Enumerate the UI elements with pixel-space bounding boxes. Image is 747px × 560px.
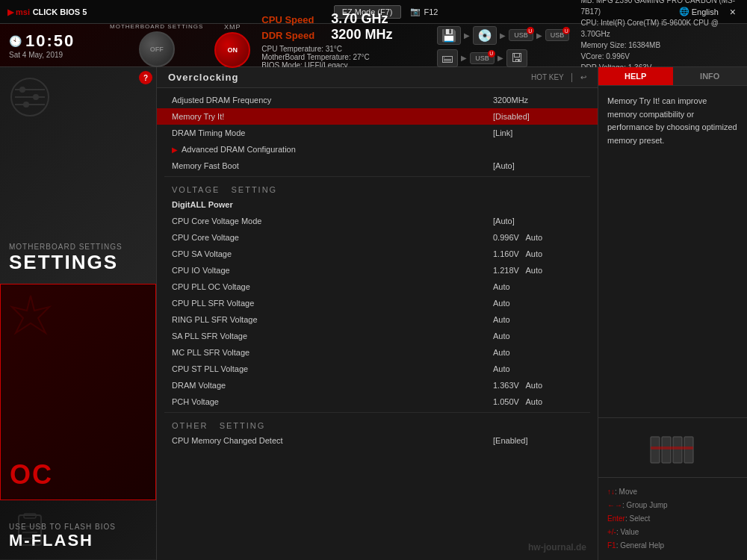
header-info: 🕙 10:50 Sat 4 May, 2019 Motherboard sett… [0, 24, 747, 67]
boot-device-usb2[interactable]: USB U [545, 29, 570, 41]
setting-row-digitall[interactable]: DigitALL Power [157, 196, 598, 213]
footer-enter: Enter: Select [607, 512, 738, 526]
xmp-label: XMP [224, 23, 241, 31]
help-badge[interactable]: ? [139, 71, 152, 84]
setting-row-cpu-sa[interactable]: CPU SA Voltage 1.160V Auto [157, 246, 598, 262]
xmp-knob[interactable]: XMP ON [214, 23, 250, 68]
hot-key-area: HOT KEY │ ↩ [531, 73, 586, 81]
time-display: 10:50 [25, 31, 75, 51]
setting-name: Memory Fast Boot [172, 161, 493, 170]
setting-row-sa-pll[interactable]: SA PLL SFR Voltage Auto [157, 328, 598, 344]
watermark: hw-journal.de [528, 542, 586, 553]
setting-name: CPU Memory Changed Detect [172, 436, 493, 445]
setting-value: Auto [493, 364, 583, 373]
setting-row-mc-pll[interactable]: MC PLL SFR Voltage Auto [157, 344, 598, 361]
section-header-voltage: Voltage Setting [157, 179, 598, 196]
setting-value: [Auto] [493, 161, 583, 170]
setting-row-pch-v[interactable]: PCH Voltage 1.050V Auto [157, 393, 598, 410]
setting-row-memory-boot[interactable]: Memory Fast Boot [Auto] [157, 158, 598, 174]
setting-value: 3200MHz [493, 96, 583, 105]
footer-group: ←→: Group Jump [607, 499, 738, 512]
setting-row-memory-try[interactable]: Memory Try It! [Disabled] [157, 108, 598, 125]
svg-rect-12 [651, 437, 660, 463]
setting-name: DigitALL Power [172, 200, 493, 209]
setting-name: Memory Try It! [172, 112, 493, 121]
settings-icon [7, 75, 52, 122]
date-display: Sat 4 May, 2019 [9, 51, 63, 59]
setting-row-dram-timing[interactable]: DRAM Timing Mode [Link] [157, 125, 598, 141]
help-panel: HELP INFO Memory Try It! can improve mem… [598, 67, 747, 560]
main-layout: Motherboard settings SETTINGS ? OC [0, 67, 747, 560]
help-text: Memory Try It! can improve memory compat… [607, 95, 738, 147]
setting-value: [Enabled] [493, 436, 583, 445]
setting-name: CPU SA Voltage [172, 249, 493, 258]
back-icon[interactable]: ↩ [580, 73, 586, 81]
setting-row-adv-dram[interactable]: ▶Advanced DRAM Configuration [157, 141, 598, 158]
msi-logo: ▶ msi CLICK BIOS 5 [7, 6, 87, 17]
setting-value: 1.363V Auto [493, 381, 583, 390]
boot-device-card[interactable]: 🖫 [506, 49, 527, 67]
vcore: VCore: 0.996V [580, 51, 738, 62]
setting-row-cpu-pll-oc[interactable]: CPU PLL OC Voltage Auto [157, 279, 598, 295]
setting-name: ▶Advanced DRAM Configuration [172, 145, 493, 154]
svg-point-5 [33, 94, 39, 100]
setting-name: SA PLL SFR Voltage [172, 332, 493, 340]
footer-f1: F1: General Help [607, 539, 738, 553]
setting-value: [Auto] [493, 217, 583, 225]
boot-device-disc[interactable]: 💿 [473, 26, 497, 45]
info-tab[interactable]: INFO [673, 67, 748, 85]
boot-device-usb1[interactable]: USB U [509, 29, 533, 41]
bios-title: CLICK BIOS 5 [33, 7, 87, 16]
setting-name: CPU Core Voltage Mode [172, 217, 493, 225]
sidebar-item-settings[interactable]: Motherboard settings SETTINGS ? [0, 67, 156, 284]
setting-name: Adjusted DRAM Frequency [172, 96, 493, 105]
game-boost-dial[interactable]: OFF [139, 31, 175, 67]
setting-row-cpu-st-pll[interactable]: CPU ST PLL Voltage Auto [157, 361, 598, 377]
setting-name: CPU Core Voltage [172, 233, 493, 242]
boot-device-drive[interactable]: 🖴 [437, 49, 458, 67]
setting-value: Auto [493, 282, 583, 291]
sidebar-item-oc[interactable]: OC [0, 284, 156, 501]
settings-title-label: SETTINGS [9, 251, 147, 274]
setting-value: 1.218V Auto [493, 266, 583, 275]
svg-rect-13 [662, 437, 671, 463]
sidebar: Motherboard settings SETTINGS ? OC [0, 67, 157, 560]
cpu-speed-value: 3.70 GHz [331, 11, 388, 27]
svg-rect-15 [684, 437, 693, 463]
mb-temp: MotherBoard Temperature: 27°C [261, 53, 426, 61]
ram-illustration [643, 426, 703, 470]
help-footer: ↑↓: Move ←→: Group Jump Enter: Select +/… [598, 477, 747, 560]
setting-row-dram-freq[interactable]: Adjusted DRAM Frequency 3200MHz [157, 92, 598, 108]
setting-row-dram-v[interactable]: DRAM Voltage 1.363V Auto [157, 377, 598, 393]
game-boost-knob[interactable]: Motherboard settings OFF [110, 23, 203, 67]
setting-row-cpu-core-v[interactable]: CPU Core Voltage 0.996V Auto [157, 229, 598, 246]
ddr-speed-label: DDR Speed [261, 30, 325, 41]
pipe-separator: │ [570, 73, 574, 81]
help-content: Memory Try It! can improve memory compat… [598, 86, 747, 417]
setting-row-cpu-core-mode[interactable]: CPU Core Voltage Mode [Auto] [157, 213, 598, 229]
sidebar-item-mflash[interactable]: Use USB to flash BIOS M-FLASH [0, 500, 156, 560]
setting-row-cpu-io[interactable]: CPU IO Voltage 1.218V Auto [157, 262, 598, 279]
cpu-speed-label: CPU Speed [261, 14, 325, 25]
oc-title-text: Overclocking [168, 72, 238, 83]
setting-name: CPU IO Voltage [172, 266, 493, 275]
setting-name: CPU PLL SFR Voltage [172, 299, 493, 308]
help-tab[interactable]: HELP [598, 67, 673, 85]
setting-row-cpu-pll-sfr[interactable]: CPU PLL SFR Voltage Auto [157, 295, 598, 311]
setting-row-cpu-mem-detect[interactable]: CPU Memory Changed Detect [Enabled] [157, 432, 598, 449]
hot-key-label: HOT KEY [531, 73, 564, 81]
setting-row-ring-pll[interactable]: RING PLL SFR Voltage Auto [157, 311, 598, 328]
boot-device-hdd[interactable]: 💾 [437, 26, 461, 45]
expand-arrow: ▶ [172, 146, 178, 154]
memory-size: Memory Size: 16384MB [580, 40, 738, 51]
oc-title-label: OC [10, 459, 146, 491]
setting-value: Auto [493, 348, 583, 357]
setting-value: 1.160V Auto [493, 249, 583, 258]
setting-name: DRAM Timing Mode [172, 128, 493, 137]
boot-device-usb3[interactable]: USB U [470, 52, 495, 64]
center-content: Overclocking HOT KEY │ ↩ Adjusted DRAM F… [157, 67, 598, 560]
setting-value: Auto [493, 315, 583, 324]
setting-value: [Disabled] [493, 112, 583, 121]
xmp-dial[interactable]: ON [214, 32, 250, 68]
svg-point-4 [19, 87, 25, 93]
